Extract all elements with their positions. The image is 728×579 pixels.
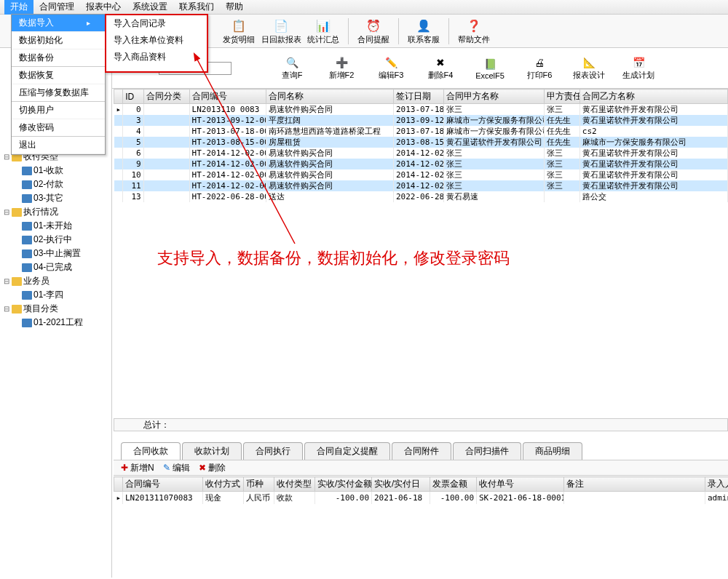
import-submenu: 导入合同记录导入往来单位资料导入商品资料: [105, 14, 208, 73]
detail-tab-5[interactable]: 合同扫描件: [453, 442, 521, 460]
toolbar-btn-4[interactable]: 👤联系客服: [403, 16, 444, 47]
dropdown-item-1[interactable]: 数据初始化: [12, 32, 105, 49]
search-btn-icon: 📅: [631, 55, 646, 70]
detail-tb-btn-0[interactable]: ✚新增N: [121, 462, 154, 474]
grid-row[interactable]: 6HT-2014-12-02-0001易速软件购买合同2014-12-02张三张…: [114, 148, 728, 159]
search-btn-icon: 🔍: [285, 55, 299, 70]
dropdown-item-6[interactable]: 修改密码: [12, 119, 105, 137]
detail-tb-btn-2[interactable]: ✖删除: [199, 462, 226, 474]
btn-icon: ✚: [121, 463, 128, 473]
detail-tab-0[interactable]: 合同收款: [121, 442, 181, 460]
tree-item-13[interactable]: 01-2021工程: [1, 316, 110, 330]
grid-header[interactable]: 合同乙方名称: [579, 89, 727, 104]
search-btn-icon: 📗: [483, 57, 497, 71]
grid-row[interactable]: 5HT-2013-08-15-0001房屋租赁2013-08-15黄石里诺软件开…: [114, 137, 728, 148]
lgrid-header[interactable]: 录入人: [705, 477, 729, 492]
detail-tab-2[interactable]: 合同执行: [243, 442, 303, 460]
tree-item-5[interactable]: ⊟执行情况: [1, 205, 110, 219]
dropdown-item-3[interactable]: 数据恢复: [12, 67, 105, 84]
toolbar-btn-0[interactable]: 📋发货明细: [218, 16, 259, 47]
grid-row[interactable]: 13HT-2022-06-28-0001送达2022-06-28黄石易速路公交: [114, 191, 728, 202]
lgrid-header[interactable]: 收付方式: [203, 477, 244, 492]
payment-grid-area: 合同编号收付方式币种收付类型实收/实付金额实收/实付日发票金额收付单号备注录入人…: [114, 476, 728, 504]
lgrid-header[interactable]: 发票金额: [430, 477, 477, 492]
tree-item-9[interactable]: 04-已完成: [1, 260, 110, 274]
toolbar-btn-3[interactable]: ⏰合同提醒: [353, 16, 394, 47]
tree-item-7[interactable]: 02-执行中: [1, 233, 110, 247]
tree-item-10[interactable]: ⊟业务员: [1, 274, 110, 288]
grid-header[interactable]: 合同编号: [189, 89, 266, 104]
lgrid-header[interactable]: 收付类型: [274, 477, 315, 492]
toolbar-btn-1[interactable]: 📄日回款报表: [261, 16, 301, 47]
tree-item-2[interactable]: 01-收款: [1, 164, 110, 177]
grid-header[interactable]: 合同甲方名称: [443, 89, 544, 104]
tree-item-3[interactable]: 02-付款: [1, 177, 110, 191]
contract-grid[interactable]: ID合同分类合同编号合同名称签订日期合同甲方名称甲方责任人合同乙方名称▸0LN2…: [114, 89, 728, 202]
detail-tabs: 合同收款收款计划合同执行合同自定义提醒合同附件合同扫描件商品明细: [114, 444, 728, 460]
detail-tab-1[interactable]: 收款计划: [182, 442, 242, 460]
lgrid-row[interactable]: ▸LN201311070083现金人民币收款-100.002021-06-18-…: [114, 492, 729, 505]
toolbar-btn-2[interactable]: 📊统计汇总: [303, 16, 344, 47]
grid-row[interactable]: 9HT-2014-12-02-0004易速软件购买合同2014-12-02张三张…: [114, 159, 728, 169]
start-dropdown: 数据导入数据初始化数据备份数据恢复压缩与修复数据库切换用户修改密码退出: [11, 14, 106, 155]
lgrid-header[interactable]: 实收/实付日: [372, 477, 430, 492]
sub-dropdown-item-1[interactable]: 导入往来单位资料: [106, 32, 207, 49]
menu-0[interactable]: 开始: [4, 0, 33, 15]
detail-tab-6[interactable]: 商品明细: [523, 442, 582, 460]
grid-row[interactable]: 11HT-2014-12-02-0006易速软件购买合同2014-12-02张三…: [114, 180, 728, 191]
detail-tb-btn-1[interactable]: ✎编辑: [163, 462, 190, 474]
dropdown-item-7[interactable]: 退出: [12, 137, 105, 154]
menu-1[interactable]: 合同管理: [33, 0, 80, 15]
grid-header[interactable]: 合同分类: [143, 89, 189, 104]
tree-item-8[interactable]: 03-中止搁置: [1, 247, 110, 260]
dropdown-item-2[interactable]: 数据备份: [12, 49, 105, 67]
search-btn-7[interactable]: 📅生成计划: [616, 55, 661, 81]
grid-row[interactable]: 3HT-2013-09-12-0001平度扛阔2013-09-12麻城市一方保安…: [114, 115, 728, 126]
lgrid-header[interactable]: 合同编号: [123, 477, 203, 492]
payment-grid[interactable]: 合同编号收付方式币种收付类型实收/实付金额实收/实付日发票金额收付单号备注录入人…: [114, 476, 728, 504]
menubar: 开始合同管理报表中心系统设置联系我们帮助: [0, 0, 728, 15]
menu-3[interactable]: 系统设置: [127, 0, 173, 15]
menu-4[interactable]: 联系我们: [173, 0, 220, 15]
grid-header[interactable]: 合同名称: [266, 89, 394, 104]
sub-dropdown-item-2[interactable]: 导入商品资料: [106, 49, 207, 65]
search-btn-icon: ✖: [433, 55, 448, 70]
dropdown-item-5[interactable]: 切换用户: [12, 102, 105, 119]
toolbar-icon: ⏰: [365, 17, 382, 34]
dropdown-item-4[interactable]: 压缩与修复数据库: [12, 84, 105, 102]
search-btn-3[interactable]: ✖删除F4: [418, 55, 463, 81]
tree-item-12[interactable]: ⊟项目分类: [1, 302, 110, 316]
tree-item-4[interactable]: 03-其它: [1, 191, 110, 205]
menu-2[interactable]: 报表中心: [80, 0, 127, 15]
lgrid-header[interactable]: 备注: [564, 477, 705, 492]
dropdown-item-0[interactable]: 数据导入: [12, 15, 105, 32]
search-btn-5[interactable]: 🖨打印F6: [517, 55, 562, 81]
search-btn-1[interactable]: ➕新增F2: [319, 55, 364, 81]
toolbar-icon: 👤: [415, 17, 432, 34]
toolbar-icon: 📊: [314, 17, 332, 34]
tree-item-11[interactable]: 01-李四: [1, 288, 110, 302]
grid-row[interactable]: ▸0LN2013110 0083易速软件购买合同2013-07-18张三张三黄石…: [114, 104, 728, 116]
detail-toolbar: ✚新增N✎编辑✖删除: [114, 460, 728, 476]
grid-header[interactable]: 甲方责任人: [545, 89, 580, 104]
search-btn-4[interactable]: 📗ExcelF5: [467, 57, 513, 80]
grid-row[interactable]: 4HT-2013-07-18-0001南环路慧坦西路等道路桥梁工程2013-07…: [114, 126, 728, 137]
btn-icon: ✖: [199, 463, 206, 473]
search-btn-2[interactable]: ✏️编辑F3: [368, 55, 414, 81]
menu-5[interactable]: 帮助: [220, 0, 249, 15]
search-btn-icon: ➕: [334, 55, 349, 70]
lgrid-header[interactable]: 实收/实付金额: [315, 477, 372, 492]
sub-dropdown-item-0[interactable]: 导入合同记录: [106, 15, 207, 32]
grid-header[interactable]: ID: [123, 89, 143, 104]
lgrid-header[interactable]: 币种: [244, 477, 274, 492]
tree-item-6[interactable]: 01-未开始: [1, 219, 110, 233]
search-btn-icon: 🖨: [532, 55, 547, 70]
grid-row[interactable]: 10HT-2014-12-02-0005易速软件购买合同2014-12-02张三…: [114, 169, 728, 180]
toolbar-btn-5[interactable]: ❓帮助文件: [454, 16, 494, 47]
grid-header[interactable]: 签订日期: [393, 89, 443, 104]
lgrid-header[interactable]: 收付单号: [477, 477, 564, 492]
search-btn-6[interactable]: 📐报表设计: [566, 55, 612, 81]
detail-tab-4[interactable]: 合同附件: [392, 442, 451, 460]
detail-tab-3[interactable]: 合同自定义提醒: [304, 442, 390, 460]
search-btn-0[interactable]: 🔍查询F: [269, 55, 314, 81]
